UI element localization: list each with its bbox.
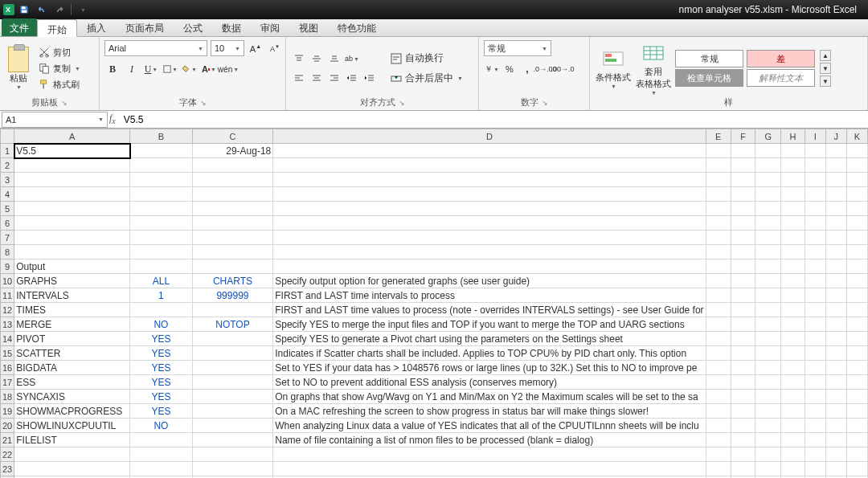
cell[interactable]: Name of file containing a list of nmon f… <box>273 433 706 447</box>
row-header[interactable]: 15 <box>1 346 14 361</box>
cell[interactable] <box>825 462 846 476</box>
cell[interactable] <box>805 144 825 158</box>
cell[interactable] <box>14 158 130 173</box>
cell[interactable] <box>846 231 867 245</box>
cell[interactable] <box>755 245 781 259</box>
column-header[interactable]: B <box>130 129 192 144</box>
cell[interactable] <box>731 404 755 419</box>
column-header[interactable]: H <box>781 129 805 144</box>
cell-style-normal[interactable]: 常规 <box>675 50 743 67</box>
cell[interactable] <box>825 419 846 433</box>
cell[interactable] <box>755 202 781 216</box>
cell[interactable] <box>192 187 273 202</box>
cell[interactable]: Set to YES if your data has > 1048576 ro… <box>273 361 706 375</box>
cell[interactable] <box>731 274 755 288</box>
cell[interactable] <box>192 216 273 231</box>
cell[interactable] <box>825 404 846 419</box>
cell[interactable] <box>755 433 781 447</box>
cell[interactable] <box>706 346 731 361</box>
cell[interactable] <box>825 390 846 404</box>
cell[interactable] <box>825 346 846 361</box>
row-header[interactable]: 10 <box>1 274 14 288</box>
cell[interactable] <box>825 187 846 202</box>
cell[interactable]: TIMES <box>14 303 130 317</box>
border-button[interactable]: ▼ <box>162 61 178 77</box>
cell[interactable] <box>192 245 273 259</box>
cell[interactable] <box>825 202 846 216</box>
cell[interactable] <box>731 231 755 245</box>
cell[interactable] <box>14 231 130 245</box>
cell[interactable] <box>130 202 192 216</box>
cell[interactable] <box>273 173 706 187</box>
cell[interactable]: SHOWMACPROGRESS <box>14 404 130 419</box>
cell[interactable] <box>706 231 731 245</box>
cell[interactable] <box>706 433 731 447</box>
cell[interactable] <box>781 231 805 245</box>
cell[interactable] <box>192 375 273 390</box>
cell[interactable] <box>755 332 781 346</box>
cell[interactable]: CHARTS <box>192 274 273 288</box>
cell[interactable] <box>825 216 846 231</box>
cell[interactable] <box>192 231 273 245</box>
cell[interactable] <box>846 462 867 476</box>
cell[interactable]: SHOWLINUXCPUUTIL <box>14 419 130 433</box>
cell[interactable] <box>846 433 867 447</box>
cell[interactable] <box>755 144 781 158</box>
worksheet-grid[interactable]: ABCDEFGHIJK1V5.529-Aug-1823456789Output1… <box>0 129 868 478</box>
tab-page-layout[interactable]: 页面布局 <box>116 18 174 36</box>
cell[interactable] <box>706 317 731 332</box>
cell[interactable]: 29-Aug-18 <box>192 144 273 158</box>
cell[interactable] <box>192 158 273 173</box>
column-header[interactable]: A <box>14 129 130 144</box>
decrease-indent-button[interactable] <box>344 70 360 86</box>
align-center-button[interactable] <box>309 70 325 86</box>
cell[interactable] <box>825 259 846 274</box>
cell[interactable]: Set to NO to prevent additional ESS anal… <box>273 375 706 390</box>
tab-file[interactable]: 文件 <box>2 18 37 36</box>
cell[interactable]: 999999 <box>192 288 273 303</box>
cell[interactable] <box>846 361 867 375</box>
cell[interactable]: NO <box>130 419 192 433</box>
cell[interactable] <box>755 303 781 317</box>
row-header[interactable]: 4 <box>1 187 14 202</box>
align-left-button[interactable] <box>291 70 307 86</box>
row-header[interactable]: 1 <box>1 144 14 158</box>
cell[interactable] <box>755 462 781 476</box>
cell[interactable] <box>825 158 846 173</box>
cell[interactable] <box>805 419 825 433</box>
cell[interactable]: 1 <box>130 288 192 303</box>
cell[interactable] <box>192 361 273 375</box>
cell[interactable] <box>731 173 755 187</box>
gallery-scroll-up[interactable]: ▲ <box>820 50 831 61</box>
cell[interactable] <box>805 274 825 288</box>
cell[interactable] <box>192 259 273 274</box>
cell[interactable] <box>706 404 731 419</box>
row-header[interactable]: 12 <box>1 303 14 317</box>
cell[interactable] <box>846 346 867 361</box>
cell[interactable] <box>781 390 805 404</box>
format-painter-button[interactable]: 格式刷 <box>35 77 84 92</box>
row-header[interactable]: 16 <box>1 361 14 375</box>
row-header[interactable]: 19 <box>1 404 14 419</box>
row-header[interactable]: 2 <box>1 158 14 173</box>
row-header[interactable]: 14 <box>1 332 14 346</box>
gallery-scroll-down[interactable]: ▼ <box>820 63 831 74</box>
cell[interactable] <box>781 346 805 361</box>
paste-button[interactable]: 粘贴 ▼ <box>5 47 32 90</box>
cell[interactable] <box>825 173 846 187</box>
cell[interactable] <box>781 419 805 433</box>
cell[interactable] <box>731 259 755 274</box>
cell[interactable] <box>825 245 846 259</box>
column-header[interactable]: D <box>273 129 706 144</box>
currency-button[interactable]: ￥▼ <box>484 61 500 77</box>
cell[interactable] <box>130 158 192 173</box>
cell[interactable] <box>192 433 273 447</box>
dialog-launcher-icon[interactable]: ↘ <box>542 99 548 107</box>
cell[interactable] <box>192 462 273 476</box>
cell[interactable] <box>781 433 805 447</box>
cell[interactable] <box>805 288 825 303</box>
save-button[interactable] <box>16 2 32 18</box>
cell[interactable] <box>706 245 731 259</box>
cell[interactable] <box>706 332 731 346</box>
row-header[interactable]: 5 <box>1 202 14 216</box>
